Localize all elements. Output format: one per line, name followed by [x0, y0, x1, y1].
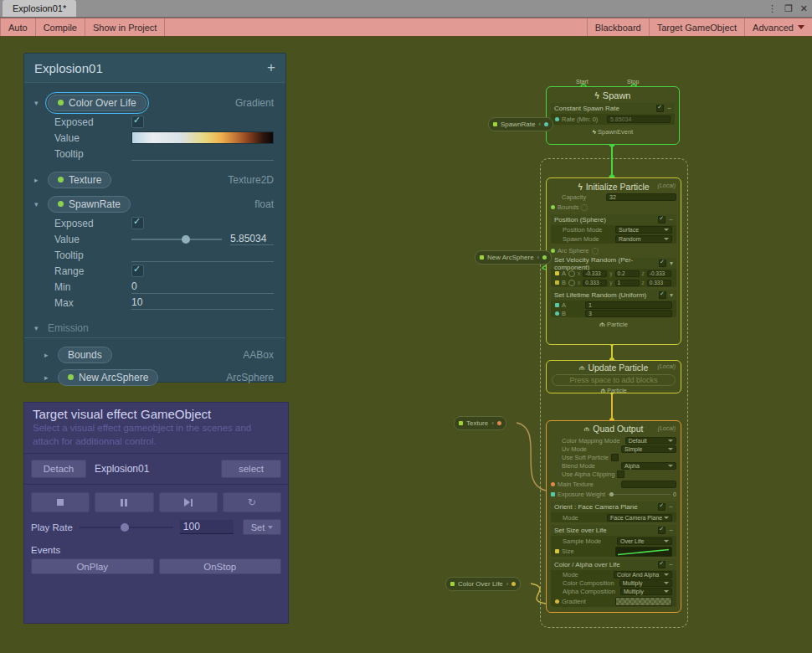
target-gameobject-toggle-button[interactable]: Target GameObject — [649, 18, 744, 36]
select-button[interactable]: select — [221, 460, 281, 478]
bounds-expand-chevron[interactable]: ▸ — [44, 351, 58, 359]
alpha-composition-dropdown[interactable]: Multiply — [620, 588, 672, 595]
window-maximize-icon[interactable]: ❐ — [784, 3, 793, 14]
lifetime-b-field[interactable]: 3 — [585, 310, 672, 317]
main-texture-input-port[interactable] — [551, 482, 555, 486]
lifetime-block-enabled-checkbox[interactable] — [659, 291, 666, 299]
constant-spawn-rate-enabled-checkbox[interactable] — [656, 105, 664, 112]
position-block-collapse-icon[interactable]: − — [669, 216, 673, 224]
colorlife-expand-chevron[interactable]: ▾ — [34, 99, 48, 107]
use-soft-particle-checkbox[interactable] — [611, 454, 619, 461]
blackboard-toggle-button[interactable]: Blackboard — [587, 18, 649, 36]
add-blocks-placeholder[interactable]: Press space to add blocks — [552, 374, 676, 386]
velocity-a-z-field[interactable]: -0.333 — [647, 270, 671, 277]
spawnrate-range-checkbox[interactable] — [131, 265, 144, 277]
param-node-spawnrate[interactable]: SpawnRate ‹ — [488, 117, 553, 131]
use-alpha-clipping-checkbox[interactable] — [617, 470, 624, 478]
velocity-b-port[interactable] — [555, 280, 559, 285]
detach-button[interactable]: Detach — [31, 460, 86, 478]
compile-button[interactable]: Compile — [36, 18, 85, 36]
velocity-a-y-field[interactable]: 0.2 — [615, 270, 640, 277]
param-pill-new-arcsphere[interactable]: New ArcSphere — [58, 369, 158, 386]
spawnrate-expand-chevron[interactable]: ▾ — [34, 200, 48, 208]
lifetime-a-port[interactable] — [555, 303, 559, 307]
window-menu-icon[interactable]: ⋮ — [768, 3, 777, 14]
step-button[interactable] — [159, 492, 218, 512]
param-pill-color-over-life[interactable]: Color Over Life — [48, 95, 146, 111]
uv-mode-dropdown[interactable]: Simple — [621, 445, 676, 453]
block-collapse-icon[interactable]: − — [667, 105, 671, 112]
collapse-icon[interactable]: ‹ — [538, 121, 541, 128]
capacity-field[interactable]: 32 — [606, 193, 676, 201]
emission-category[interactable]: ▾ Emission — [24, 319, 285, 338]
param-spawnrate-output-port[interactable] — [544, 122, 548, 126]
velocity-block-enabled-checkbox[interactable] — [659, 260, 666, 267]
collapse-icon[interactable]: ‹ — [506, 580, 509, 588]
spawnrate-min-field[interactable]: 0 — [131, 280, 274, 294]
color-mapping-mode-dropdown[interactable]: Default — [625, 437, 676, 445]
collapse-icon[interactable]: ‹ — [491, 419, 494, 427]
initialize-space-label[interactable]: (Local) — [658, 183, 676, 188]
color-block-collapse-icon[interactable]: − — [669, 561, 673, 568]
gradient-field[interactable] — [615, 597, 672, 606]
onplay-button[interactable]: OnPlay — [31, 558, 154, 574]
texture-expand-chevron[interactable]: ▸ — [34, 176, 48, 184]
param-node-texture[interactable]: Texture ‹ — [454, 416, 506, 430]
lifetime-block-collapse-icon[interactable]: ▾ — [670, 291, 673, 299]
main-texture-field[interactable] — [621, 481, 676, 488]
orient-mode-dropdown[interactable]: Face Camera Plane — [607, 514, 672, 522]
spawn-mode-dropdown[interactable]: Random — [615, 235, 672, 243]
update-space-label[interactable]: (Local) — [658, 363, 676, 369]
quad-output-space-label[interactable]: (Local) — [658, 425, 676, 431]
orient-block-enabled-checkbox[interactable] — [658, 503, 666, 511]
velocity-b-x-field[interactable]: 0.333 — [583, 280, 607, 286]
exposure-weight-slider[interactable] — [608, 494, 671, 495]
stop-button[interactable] — [31, 492, 90, 512]
bounds-input-port[interactable] — [551, 205, 555, 209]
play-rate-slider[interactable] — [80, 527, 173, 528]
velocity-a-x-field[interactable]: -0.333 — [583, 270, 607, 277]
advanced-dropdown-button[interactable]: Advanced — [744, 18, 812, 36]
lifetime-b-port[interactable] — [555, 311, 559, 316]
velocity-b-z-field[interactable]: 0.333 — [647, 280, 671, 286]
size-input-port[interactable] — [555, 549, 559, 553]
position-mode-dropdown[interactable]: Surface — [615, 226, 672, 234]
color-composition-dropdown[interactable]: Multiply — [619, 579, 672, 587]
colorlife-gradient-field[interactable] — [131, 131, 274, 144]
size-block-collapse-icon[interactable]: − — [669, 527, 673, 534]
exposure-weight-port[interactable] — [551, 492, 555, 496]
collapse-icon[interactable]: ‹ — [537, 254, 540, 261]
size-curve-field[interactable] — [615, 547, 672, 557]
update-context-node[interactable]: Ψ Update Particle (Local) Press space to… — [546, 360, 681, 393]
emission-expand-chevron[interactable]: ▾ — [34, 324, 48, 332]
auto-button[interactable]: Auto — [0, 18, 36, 36]
param-node-new-arcsphere[interactable]: New ArcSphere ‹ — [475, 250, 552, 265]
pause-button[interactable] — [95, 492, 153, 512]
document-tab[interactable]: Explosion01* — [3, 0, 76, 17]
window-close-icon[interactable]: ✕ — [800, 3, 808, 14]
exposure-weight-value[interactable]: 0 — [673, 491, 676, 497]
spawn-context-node[interactable]: ϟ Spawn Constant Spawn Rate − Rate (Min:… — [546, 86, 680, 145]
param-arcsphere-output-port[interactable] — [542, 255, 547, 260]
restart-button[interactable]: ↻ — [223, 492, 281, 512]
rate-input-port[interactable] — [555, 117, 559, 121]
gradient-input-port[interactable] — [555, 599, 559, 604]
spawnrate-tooltip-field[interactable] — [131, 248, 274, 262]
spawnrate-exposed-checkbox[interactable] — [131, 217, 144, 229]
add-parameter-button[interactable]: + — [267, 59, 275, 76]
set-rate-button[interactable]: Set — [243, 519, 281, 535]
play-rate-field[interactable]: 100 — [180, 520, 234, 534]
size-block-enabled-checkbox[interactable] — [658, 527, 666, 534]
color-block-enabled-checkbox[interactable] — [658, 561, 666, 568]
velocity-block-collapse-icon[interactable]: ▾ — [670, 260, 673, 267]
color-mode-dropdown[interactable]: Color And Alpha — [614, 571, 672, 578]
lifetime-a-field[interactable]: 1 — [585, 301, 672, 309]
sample-mode-dropdown[interactable]: Over Life — [617, 537, 672, 545]
rate-value-field[interactable]: 5.85034 — [607, 116, 671, 123]
velocity-b-y-field[interactable]: 1 — [615, 280, 640, 286]
colorlife-tooltip-field[interactable] — [131, 147, 274, 161]
param-pill-texture[interactable]: Texture — [48, 172, 111, 188]
param-pill-spawnrate[interactable]: SpawnRate — [48, 196, 131, 213]
position-block-enabled-checkbox[interactable] — [658, 216, 666, 224]
arcsphere-input-port[interactable] — [551, 249, 555, 253]
